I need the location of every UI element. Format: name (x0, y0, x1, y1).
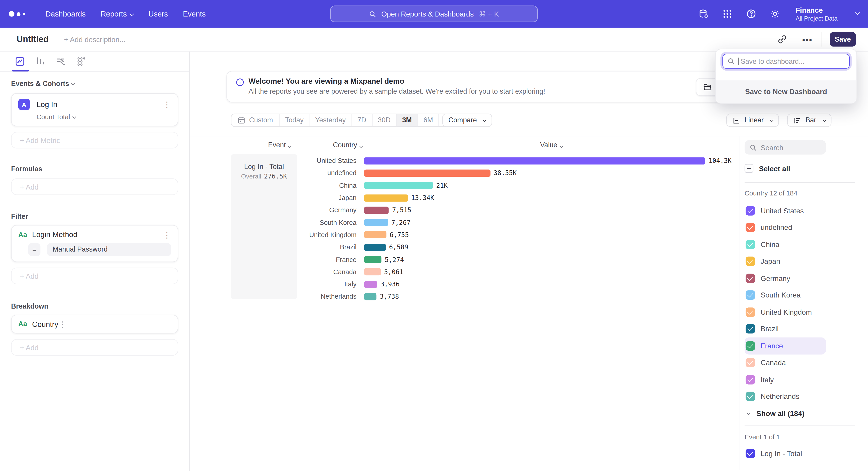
bar-chart-icon (794, 116, 802, 124)
chart-bar-row: France 5,274 (190, 254, 740, 266)
bar[interactable] (364, 244, 385, 251)
save-to-new-dashboard-button[interactable]: Save to New Dashboard (716, 80, 857, 103)
breakdown-card[interactable]: Aa Country ⋮ (11, 315, 178, 333)
column-header-country[interactable]: Country (324, 141, 371, 149)
checkbox-checked[interactable] (746, 240, 755, 249)
checkbox-checked[interactable] (746, 358, 755, 367)
add-formula-button[interactable]: + Add (11, 178, 178, 195)
checkbox-checked[interactable] (746, 257, 755, 266)
scale-selector[interactable]: Linear (726, 114, 779, 127)
bar[interactable] (364, 219, 388, 226)
filter-section-label: Filter (11, 213, 178, 220)
country-filter-row[interactable]: Netherlands (745, 388, 826, 405)
mixpanel-logo[interactable] (9, 11, 29, 17)
country-filter-row[interactable]: United States (745, 202, 826, 219)
breakdown-property[interactable]: Country (32, 320, 58, 328)
save-dashboard-search-input[interactable]: Save to dashboard... (722, 54, 850, 69)
more-icon[interactable]: ••• (802, 35, 813, 44)
country-filter-row[interactable]: Germany (745, 270, 826, 287)
bar-value-label: 5,061 (384, 268, 403, 276)
filter-value[interactable]: Manual Password (47, 243, 171, 256)
column-header-value[interactable]: Value (528, 141, 575, 149)
checkbox-checked[interactable] (746, 341, 755, 351)
bar[interactable] (364, 281, 377, 288)
add-filter-button[interactable]: + Add (11, 268, 178, 284)
checkbox-checked[interactable] (746, 223, 755, 232)
bar[interactable] (364, 268, 381, 275)
add-description-field[interactable]: + Add description... (64, 35, 125, 44)
range-3m[interactable]: 3M (396, 114, 417, 126)
metric-event-name[interactable]: Log In (37, 100, 57, 109)
country-filter-row[interactable]: Italy (745, 371, 826, 388)
checkbox-checked[interactable] (746, 375, 755, 384)
country-filter-row[interactable]: Canada (745, 354, 826, 371)
checkbox-checked[interactable] (746, 273, 755, 283)
checkbox-checked[interactable] (746, 392, 755, 401)
country-filter-row[interactable]: undefined (745, 219, 826, 236)
select-all-row[interactable]: Select all (745, 163, 868, 173)
filter-property[interactable]: Login Method (32, 231, 77, 239)
bar[interactable] (364, 231, 386, 238)
compare-button[interactable]: Compare (442, 114, 492, 127)
bar[interactable] (364, 293, 376, 300)
bar[interactable] (364, 256, 381, 263)
checkbox-checked[interactable] (746, 448, 755, 458)
range-today[interactable]: Today (279, 114, 309, 126)
bar[interactable] (364, 207, 389, 214)
segment-search-input[interactable]: Search (745, 140, 826, 155)
range-custom[interactable]: Custom (231, 114, 279, 126)
country-filter-row[interactable]: China (745, 236, 826, 253)
bar[interactable] (364, 170, 490, 177)
global-search[interactable]: Open Reports & Dashboards ⌘ + K (330, 5, 538, 22)
bar[interactable] (364, 194, 408, 201)
gear-icon[interactable] (770, 8, 781, 20)
checkbox-checked[interactable] (746, 291, 755, 300)
bar[interactable] (364, 157, 705, 165)
checkbox-checked[interactable] (746, 206, 755, 215)
flows-tab-icon[interactable] (55, 56, 66, 67)
report-title[interactable]: Untitled (17, 34, 49, 45)
metric-aggregation[interactable]: Count Total (37, 113, 171, 121)
checkbox-indeterminate[interactable] (745, 164, 753, 173)
chart-type-selector[interactable]: Bar (787, 114, 832, 127)
nav-dashboards[interactable]: Dashboards (45, 10, 86, 18)
data-management-icon[interactable] (698, 8, 709, 20)
range-30d[interactable]: 30D (372, 114, 396, 126)
range-7d[interactable]: 7D (351, 114, 372, 126)
kebab-icon[interactable]: ⋮ (163, 100, 171, 109)
country-filter-row[interactable]: France (745, 337, 826, 354)
help-icon[interactable] (746, 8, 757, 20)
country-filter-row[interactable]: United Kingdom (745, 303, 826, 321)
range-yesterday[interactable]: Yesterday (309, 114, 351, 126)
add-breakdown-button[interactable]: + Add (11, 339, 178, 356)
range-6m[interactable]: 6M (417, 114, 438, 126)
show-all-button[interactable]: Show all (184) (745, 405, 868, 421)
filter-card[interactable]: Aa Login Method ⋮ = Manual Password (11, 225, 178, 262)
filter-operator[interactable]: = (28, 243, 40, 256)
retention-tab-icon[interactable] (76, 56, 87, 67)
kebab-icon[interactable]: ⋮ (163, 231, 171, 239)
events-section-label[interactable]: Events & Cohorts (11, 80, 178, 88)
funnels-tab-icon[interactable] (35, 56, 46, 67)
report-type-tabs (0, 52, 189, 72)
country-filter-row[interactable]: Brazil (745, 321, 826, 337)
kebab-icon[interactable]: ⋮ (58, 320, 67, 328)
link-icon[interactable] (777, 34, 787, 45)
nav-events[interactable]: Events (183, 10, 206, 18)
chevron-down-icon[interactable] (855, 10, 860, 15)
nav-reports[interactable]: Reports (101, 10, 133, 18)
country-filter-row[interactable]: South Korea (745, 287, 826, 303)
metric-card[interactable]: A Log In ⋮ Count Total (11, 93, 178, 126)
insights-tab-icon[interactable] (14, 56, 26, 67)
checkbox-checked[interactable] (746, 307, 755, 317)
project-switcher[interactable]: Finance All Project Data (796, 6, 838, 22)
bar[interactable] (364, 182, 433, 189)
save-button[interactable]: Save (830, 32, 856, 47)
checkbox-checked[interactable] (746, 324, 755, 334)
apps-grid-icon[interactable] (722, 8, 733, 20)
add-metric-button[interactable]: + Add Metric (11, 132, 178, 148)
column-header-event[interactable]: Event (256, 141, 303, 149)
country-filter-row[interactable]: Japan (745, 253, 826, 270)
nav-users[interactable]: Users (149, 10, 168, 18)
event-filter-row[interactable]: Log In - Total (745, 447, 868, 460)
